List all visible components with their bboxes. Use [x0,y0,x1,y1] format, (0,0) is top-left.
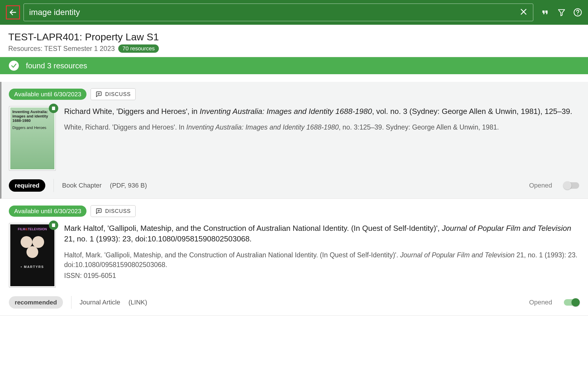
comment-icon [96,91,102,97]
cite-alt-ital: Journal of Popular Film and Television [400,251,514,259]
chapter-badge [49,104,58,113]
svg-rect-15 [53,224,54,226]
citation-main: Mark Haltof, 'Gallipoli, Mateship, and t… [64,223,579,244]
discuss-label: DISCUSS [105,91,131,97]
cite-ital: Journal of Popular Film and Television [442,224,571,233]
help-button[interactable] [573,8,582,17]
importance-tag: recommended [9,296,63,309]
spacer [0,74,588,82]
result-row[interactable]: Available until 6/30/2023 DISCUSS Invent… [0,82,588,199]
resource-meta: (PDF, 936 B) [110,182,147,189]
found-bar: found 3 resources [0,57,588,74]
svg-point-5 [577,14,578,15]
course-subline: Resources: TEST Semester 1 2023 70 resou… [8,44,580,53]
citation-main: Richard White, 'Diggers and Heroes', in … [64,106,579,117]
toolbar-actions [537,8,582,17]
cover-caption: • MARTYRS [21,265,44,269]
citation-block: Richard White, 'Diggers and Heroes', in … [64,106,579,132]
cite-alt-post: , no. 3:125–39. Sydney: George Allen & U… [339,123,499,131]
filter-icon [557,8,566,16]
resource-type: Journal Article [80,299,120,306]
cite-alt-ital: Inventing Australia: Images and Identity… [186,123,339,131]
cover-art [21,236,44,260]
toggle-knob [563,181,572,190]
citation-issn: ISSN: 0195-6051 [64,271,579,281]
search-input[interactable] [29,8,519,17]
result-body: FILM&TELEVISION • MARTYRS Mark Haltof, '… [9,223,579,288]
cite-post: 21, no. 1 (1993): 23, doi:10.1080/095815… [64,234,252,243]
cite-pre: Richard White, 'Diggers and Heroes', in [64,107,200,116]
cover-thumbnail[interactable]: Inventing Australia: images and identity… [9,106,56,171]
availability-chip: Available until 6/30/2023 [9,89,86,100]
svg-marker-3 [559,10,565,16]
comment-icon [96,208,102,214]
check-icon [11,62,17,69]
cite-pre: Mark Haltof, 'Gallipoli, Mateship, and t… [64,224,442,233]
top-bar [0,0,588,25]
article-icon [51,223,56,228]
cite-alt-pre: Haltof, Mark. 'Gallipoli, Mateship, and … [64,251,400,259]
chips-row: Available until 6/30/2023 DISCUSS [9,205,579,217]
citation-button[interactable] [541,8,550,17]
importance-tag: required [9,179,45,192]
opened-toggle[interactable] [564,299,579,306]
quote-icon [541,8,550,17]
result-row[interactable]: Available until 6/30/2023 DISCUSS FILM&T… [0,199,588,316]
cover-image: FILM&TELEVISION • MARTYRS [10,224,54,286]
result-footer: required Book Chapter (PDF, 936 B) Opene… [9,179,579,192]
citation-alt: White, Richard. 'Diggers and Heroes'. In… [64,122,579,132]
check-circle [9,61,19,71]
opened-label: Opened [529,299,552,306]
discuss-button[interactable]: DISCUSS [91,88,136,100]
cite-post: , vol. no. 3 (Sydney: George Allen & Unw… [372,107,572,116]
result-body: Inventing Australia: images and identity… [9,106,579,171]
opened-label: Opened [529,182,552,189]
result-footer: recommended Journal Article (LINK) Opene… [9,296,579,309]
chips-row: Available until 6/30/2023 DISCUSS [9,88,579,100]
citation-block: Mark Haltof, 'Gallipoli, Mateship, and t… [64,223,579,281]
doc-icon [51,106,56,111]
back-button[interactable] [6,5,20,19]
discuss-button[interactable]: DISCUSS [91,205,136,217]
toggle-knob [572,298,580,307]
opened-toggle[interactable] [564,182,579,189]
cover-title: Inventing Australia: images and identity… [12,110,52,123]
resource-meta: (LINK) [129,299,147,306]
divider [54,179,54,192]
course-title: TEST-LAPR401: Property Law S1 [8,31,580,43]
citation-alt: Haltof, Mark. 'Gallipoli, Mateship, and … [64,250,579,270]
cover-subtitle: Diggers and Heroes [12,125,52,130]
close-icon [519,8,528,16]
availability-chip: Available until 6/30/2023 [9,206,86,217]
divider [71,296,71,309]
cover-thumbnail[interactable]: FILM&TELEVISION • MARTYRS [9,223,56,288]
arrow-left-icon [9,8,17,16]
help-icon [573,8,582,17]
cite-ital: Inventing Australia: Images and Identity… [200,107,372,116]
resource-type: Book Chapter [62,182,102,189]
article-badge [49,221,58,230]
course-header: TEST-LAPR401: Property Law S1 Resources:… [0,25,588,57]
clear-search-button[interactable] [519,8,528,17]
cover-image: Inventing Australia: images and identity… [10,107,54,169]
filter-button[interactable] [557,8,566,16]
resource-count-badge: 70 resources [118,44,159,53]
resources-line: Resources: TEST Semester 1 2023 [8,45,115,53]
cover-logo: FILM&TELEVISION [18,227,47,231]
found-text: found 3 resources [26,61,87,70]
cite-alt-pre: White, Richard. 'Diggers and Heroes'. In [64,123,186,131]
discuss-label: DISCUSS [105,208,131,214]
search-box [24,4,533,21]
